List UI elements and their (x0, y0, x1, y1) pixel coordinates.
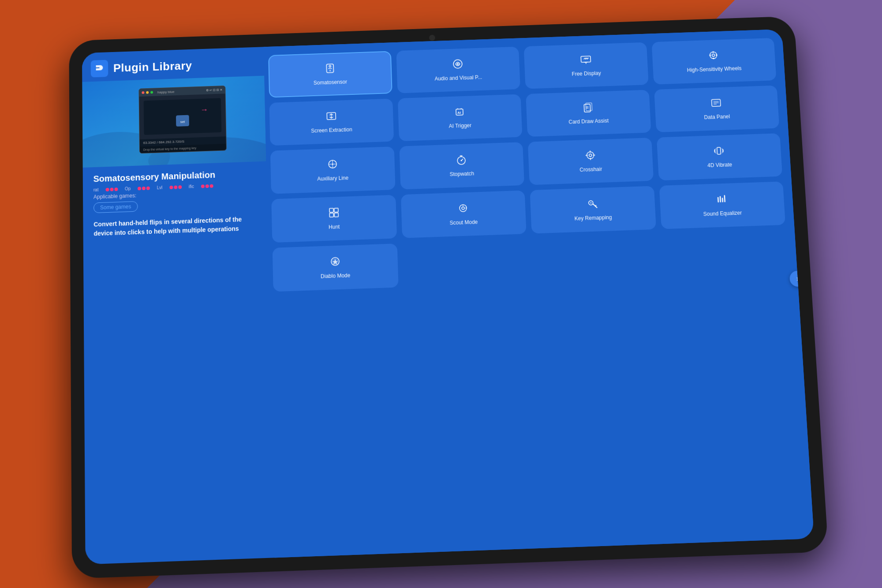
svg-line-55 (595, 206, 596, 206)
plugin-card-card-draw[interactable]: Card Draw Assist (526, 90, 651, 137)
svg-line-57 (720, 197, 721, 202)
svg-point-40 (589, 154, 591, 157)
plugin-card-somatosensor[interactable]: Somatosensor (268, 51, 392, 98)
right-panel[interactable]: › Somatosensor (264, 29, 814, 558)
tablet-screen: Plugin Library (82, 29, 814, 564)
crosshair-icon (584, 149, 597, 163)
plugin-grid: Somatosensor Audio and Visual P... (268, 38, 789, 292)
description: Convert hand-held flips in several direc… (93, 214, 257, 238)
ai-trigger-icon: AI (453, 105, 466, 120)
plugin-name-free-display: Free Display (572, 70, 601, 78)
plugin-card-4d-vibrate[interactable]: 4D Vibrate (656, 133, 782, 180)
svg-point-9 (329, 65, 331, 67)
plugin-card-diablo-mode[interactable]: Diablo Mode (273, 243, 399, 292)
plugin-card-screen-extraction[interactable]: Screen Extraction (269, 98, 393, 146)
plugin-card-data-panel[interactable]: Data Panel (654, 86, 780, 132)
plugin-name-screen-extraction: Screen Extraction (311, 127, 352, 135)
plugin-name-audio-visual: Audio and Visual P... (434, 74, 482, 82)
info-section: Somatosensory Manipulation rat Op Lvl (83, 161, 275, 565)
svg-line-59 (725, 196, 725, 202)
svg-line-56 (718, 198, 718, 202)
svg-line-33 (329, 164, 336, 165)
svg-point-12 (457, 63, 459, 65)
plugin-card-free-display[interactable]: Free Display (524, 42, 649, 89)
svg-point-39 (587, 152, 594, 159)
plugin-card-hunt[interactable]: Hunt (271, 195, 396, 243)
plugin-name-data-panel: Data Panel (704, 114, 730, 121)
4d-vibrate-icon (713, 145, 725, 159)
plugin-card-audio-visual[interactable]: Audio and Visual P... (396, 47, 520, 94)
plugin-name-hunt: Hunt (329, 224, 340, 231)
plugin-card-sound-equalizer[interactable]: Sound Equalizer (659, 181, 785, 229)
logo (91, 60, 108, 78)
plugin-name-card-draw: Card Draw Assist (568, 118, 609, 126)
page-title: Plugin Library (113, 59, 192, 75)
plugin-name-somatosensor: Somatosensor (314, 79, 347, 87)
free-display-icon (579, 53, 592, 67)
diablo-mode-icon (329, 255, 341, 270)
hunt-icon (328, 206, 340, 221)
somatosensor-icon (324, 62, 336, 76)
card-draw-icon (582, 101, 594, 115)
svg-point-17 (712, 54, 715, 56)
plugin-name-ai-trigger: AI Trigger (449, 123, 472, 130)
svg-rect-48 (329, 213, 333, 217)
camera (429, 35, 435, 41)
screen-extraction-icon (325, 110, 337, 124)
plugin-card-ai-trigger[interactable]: AI AI Trigger (397, 94, 522, 142)
svg-rect-47 (334, 208, 338, 212)
plugin-name-4d-vibrate: 4D Vibrate (707, 162, 733, 169)
scout-mode-icon (457, 202, 470, 216)
plugin-card-crosshair[interactable]: Crosshair (528, 138, 654, 185)
plugin-name-high-sensitivity: High-Sensitivity Wheels (687, 65, 742, 74)
auxiliary-line-icon (326, 158, 339, 172)
stopwatch-icon (455, 154, 468, 168)
left-panel: Plugin Library (82, 47, 275, 564)
svg-rect-45 (717, 147, 721, 154)
data-panel-icon (710, 97, 722, 111)
plugin-name-key-remapping: Key Remapping (574, 214, 612, 222)
svg-rect-46 (329, 208, 333, 212)
svg-point-51 (462, 207, 464, 210)
svg-rect-13 (581, 56, 590, 62)
svg-point-16 (710, 52, 718, 59)
audio-visual-icon (452, 58, 464, 72)
svg-text:AI: AI (457, 111, 461, 115)
key-remapping-icon (586, 198, 599, 212)
games-badge[interactable]: Some games (93, 201, 138, 213)
plugin-name-stopwatch: Stopwatch (449, 171, 474, 178)
svg-rect-49 (334, 213, 338, 217)
svg-point-53 (590, 202, 591, 204)
preview-popup: happy blue ⚙ ↩ ⊡ ⊟ ✕ → (138, 86, 226, 154)
plugin-name-scout-mode: Scout Mode (449, 219, 478, 227)
plugin-name-diablo-mode: Diablo Mode (321, 273, 351, 281)
high-sensitivity-icon (707, 49, 720, 64)
plugin-name-auxiliary-line: Auxiliary Line (317, 175, 348, 183)
svg-line-54 (593, 204, 597, 208)
plugin-name-sound-equalizer: Sound Equalizer (703, 210, 742, 218)
plugin-title: Somatosensory Manipulation (93, 169, 256, 184)
plugin-card-stopwatch[interactable]: Stopwatch (399, 142, 524, 189)
preview-area: happy blue ⚙ ↩ ⊡ ⊟ ✕ → (82, 76, 266, 168)
plugin-name-crosshair: Crosshair (579, 166, 602, 174)
plugin-card-scout-mode[interactable]: Scout Mode (400, 191, 526, 238)
plugin-card-high-sensitivity[interactable]: High-Sensitivity Wheels (651, 38, 776, 85)
tablet-device: Plugin Library (69, 16, 828, 579)
plugin-card-auxiliary-line[interactable]: Auxiliary Line (270, 146, 395, 194)
sound-equalizer-icon (715, 193, 729, 207)
plugin-card-key-remapping[interactable]: Key Remapping (530, 186, 656, 233)
expand-arrow[interactable]: › (789, 270, 806, 287)
